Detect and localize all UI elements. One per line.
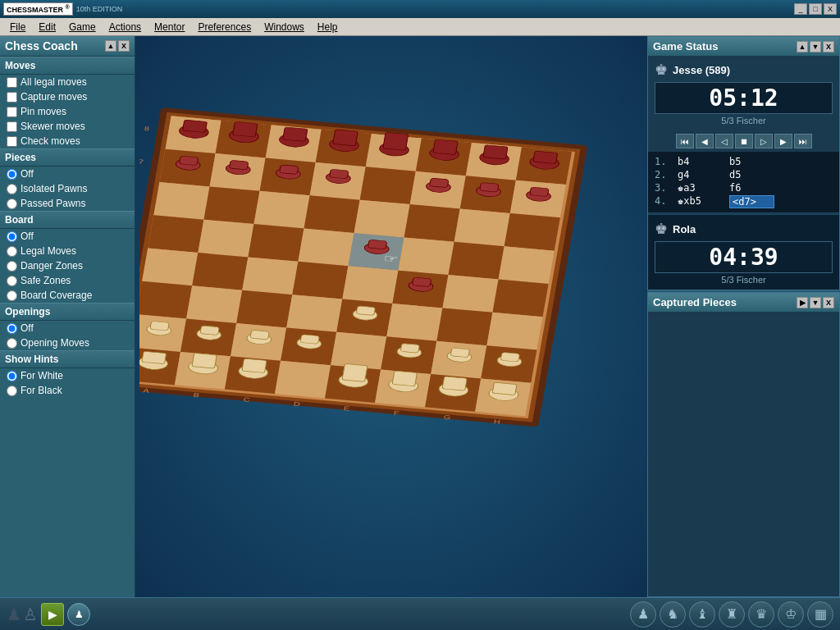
radio-for-black[interactable] <box>7 386 17 396</box>
right-panel: Game Status ▲ ▼ X ♚ Jesse (589) 05:12 5/… <box>647 36 840 597</box>
svg-rect-114 <box>368 240 386 249</box>
option-openings-off: Off <box>0 321 135 336</box>
player2-king-icon: ♚ <box>655 220 668 238</box>
move-back-button[interactable]: ◁ <box>715 134 733 148</box>
menu-edit[interactable]: Edit <box>32 20 62 34</box>
player1-timer: 05:12 <box>655 82 833 114</box>
game-status-expand-button[interactable]: ▼ <box>810 41 821 52</box>
close-button[interactable]: X <box>824 3 837 15</box>
radio-for-white[interactable] <box>7 371 17 381</box>
svg-rect-88 <box>283 127 308 141</box>
white-pawn-icon: ♙ <box>23 605 38 624</box>
tool-queen-button[interactable]: ♛ <box>748 601 774 628</box>
menu-mentor[interactable]: Mentor <box>148 20 191 34</box>
checkbox-all-legal-moves[interactable] <box>7 77 17 88</box>
chess-coach-collapse-button[interactable]: ▲ <box>105 40 116 52</box>
menu-windows[interactable]: Windows <box>258 20 311 34</box>
svg-rect-136 <box>342 363 368 381</box>
logo-text: CHESSMASTER ® <box>3 2 73 16</box>
svg-rect-147 <box>412 277 431 287</box>
game-status-pin-button[interactable]: ▲ <box>797 41 808 52</box>
svg-rect-102 <box>229 160 248 170</box>
tool-board-button[interactable]: ▦ <box>807 601 833 628</box>
chess-coach-close-button[interactable]: X <box>118 40 130 52</box>
menu-game[interactable]: Game <box>62 20 103 34</box>
captured-close-button[interactable]: X <box>823 297 834 308</box>
radio-safe-zones[interactable] <box>7 276 17 286</box>
captured-collapse-button[interactable]: ▼ <box>810 297 821 308</box>
move-next-button[interactable]: ▶ <box>774 134 792 148</box>
option-capture-moves: Capture moves <box>0 89 135 104</box>
svg-rect-43 <box>186 285 242 323</box>
hint-button[interactable]: ♟ <box>67 603 90 626</box>
option-legal-moves: Legal Moves <box>0 244 135 258</box>
option-danger-zones: Danger Zones <box>0 258 135 273</box>
board-area: A B C D E F G H 8 7 6 5 4 3 2 1 <box>135 36 647 597</box>
svg-rect-110 <box>480 182 499 192</box>
svg-rect-45 <box>286 294 342 332</box>
game-status-title-bar: Game Status ▲ ▼ X <box>648 37 839 56</box>
minimize-button[interactable]: _ <box>794 3 807 15</box>
svg-rect-92 <box>383 132 409 150</box>
move-stop-button[interactable]: ⏹ <box>735 134 753 148</box>
checkbox-pin-moves[interactable] <box>7 107 17 117</box>
svg-rect-24 <box>454 209 510 247</box>
option-all-legal-moves: All legal moves <box>0 75 135 89</box>
player2-timer: 04:39 <box>655 241 833 273</box>
game-status-controls: ▲ ▼ X <box>797 41 834 52</box>
tool-rook-button[interactable]: ♜ <box>719 601 745 628</box>
move-last-button[interactable]: ⏭ <box>794 134 812 148</box>
svg-rect-26 <box>148 215 203 253</box>
svg-rect-94 <box>433 139 458 155</box>
radio-board-coverage[interactable] <box>7 290 17 301</box>
tool-king-button[interactable]: ♔ <box>778 601 804 628</box>
captured-pieces-title-bar: Captured Pieces ▶ ▼ X <box>648 293 839 312</box>
radio-isolated-pawns[interactable] <box>7 184 17 194</box>
player1-rating: 5/3 Fischer <box>655 116 833 126</box>
radio-openings-off[interactable] <box>7 323 17 334</box>
menu-file[interactable]: File <box>3 20 32 34</box>
player2-rating: 5/3 Fischer <box>655 275 833 285</box>
checkbox-check-moves[interactable] <box>7 136 17 147</box>
tool-bishop-button[interactable]: ♝ <box>689 601 715 628</box>
svg-rect-140 <box>442 377 467 390</box>
svg-text:E: E <box>343 405 350 412</box>
captured-expand-button[interactable]: ▶ <box>797 297 808 308</box>
captured-pieces-panel: Captured Pieces ▶ ▼ X <box>647 292 840 597</box>
game-status-close-button[interactable]: X <box>823 41 834 52</box>
checkbox-capture-moves[interactable] <box>7 92 17 103</box>
svg-text:☞: ☞ <box>383 253 399 266</box>
svg-rect-132 <box>192 353 217 368</box>
svg-rect-27 <box>198 220 253 258</box>
play-button[interactable]: ▶ <box>41 603 64 626</box>
radio-pieces-off[interactable] <box>7 169 17 180</box>
game-status-panel: Game Status ▲ ▼ X ♚ Jesse (589) 05:12 5/… <box>647 36 840 290</box>
radio-opening-moves[interactable] <box>7 338 17 349</box>
move-prev-button[interactable]: ◀ <box>696 134 714 148</box>
svg-rect-49 <box>486 313 542 350</box>
option-pieces-off: Off <box>0 167 135 181</box>
svg-rect-106 <box>330 169 349 179</box>
chess-coach-title-bar: Chess Coach ▲ X <box>0 36 135 57</box>
menu-preferences[interactable]: Preferences <box>191 20 258 34</box>
radio-board-off[interactable] <box>7 231 17 242</box>
chess-board-svg: A B C D E F G H 8 7 6 5 4 3 2 1 <box>139 44 623 561</box>
radio-legal-moves[interactable] <box>7 246 17 257</box>
tool-pawn-button[interactable]: ♟ <box>630 601 656 628</box>
svg-text:7: 7 <box>139 158 144 165</box>
move-fwd-button[interactable]: ▷ <box>755 134 773 148</box>
option-safe-zones: Safe Zones <box>0 273 135 288</box>
checkbox-skewer-moves[interactable] <box>7 121 17 132</box>
menu-actions[interactable]: Actions <box>103 20 148 34</box>
maximize-button[interactable]: □ <box>809 3 822 15</box>
window-controls: _ □ X <box>794 3 837 15</box>
player1-section: ♚ Jesse (589) 05:12 5/3 Fischer <box>648 56 839 130</box>
radio-danger-zones[interactable] <box>7 261 17 272</box>
menu-help[interactable]: Help <box>311 20 345 34</box>
radio-passed-pawns[interactable] <box>7 199 17 209</box>
svg-rect-29 <box>298 229 354 267</box>
board-section-header: Board <box>0 211 135 229</box>
tool-knight-button[interactable]: ♞ <box>660 601 686 628</box>
move-first-button[interactable]: ⏮ <box>676 134 694 148</box>
svg-rect-98 <box>533 151 558 163</box>
